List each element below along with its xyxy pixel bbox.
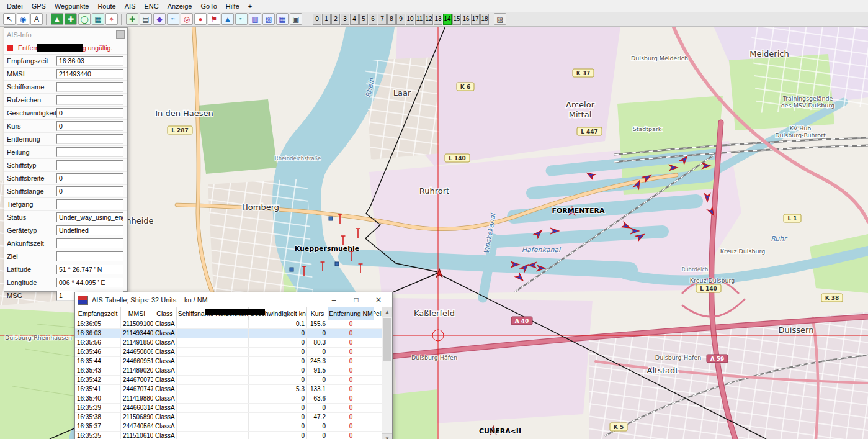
layer-button-0[interactable]: 0	[313, 14, 321, 25]
table-row[interactable]: 16:35:40211419880ClassA063.60	[75, 394, 382, 404]
range-circle-icon[interactable]: ◯	[78, 13, 91, 25]
layer-button-7[interactable]: 7	[378, 14, 387, 25]
field-value[interactable]	[56, 147, 123, 157]
column-header-class[interactable]: Class	[153, 307, 177, 320]
table-row[interactable]: 16:35:38211506890ClassA047.20	[75, 413, 382, 422]
layer-button-1[interactable]: 1	[322, 14, 331, 25]
maximize-button[interactable]: □	[345, 296, 367, 304]
menu--[interactable]: +	[244, 1, 256, 11]
layer-button-2[interactable]: 2	[331, 14, 340, 25]
field-value[interactable]: 006 ° 44.095 ' E	[56, 278, 123, 287]
target-icon[interactable]: ◎	[181, 13, 193, 25]
layer-button-15[interactable]: 15	[452, 14, 461, 25]
table-row[interactable]: 16:36:05211509100ClassA0.1155.60	[75, 320, 382, 329]
layer-button-17[interactable]: 17	[471, 14, 480, 25]
scroll-up-icon[interactable]: ▲	[382, 307, 392, 317]
table-row[interactable]: 16:36:03211493440ClassA000	[75, 329, 382, 338]
minimize-button[interactable]: –	[323, 296, 345, 304]
menu-datei[interactable]: Datei	[2, 1, 27, 11]
current-icon[interactable]: ≈	[167, 13, 179, 25]
scroll-down-icon[interactable]: ▼	[382, 433, 392, 439]
flag-icon[interactable]: ⚑	[208, 13, 220, 25]
cursor-icon[interactable]: ↖	[3, 13, 16, 25]
table-row[interactable]: 16:35:42244670073ClassA000	[75, 376, 382, 385]
overlay-icon[interactable]: ▧	[494, 13, 506, 25]
layer-button-6[interactable]: 6	[369, 14, 377, 25]
table-row[interactable]: 16:35:43211489020ClassA091.50	[75, 366, 382, 376]
snapshot-icon[interactable]: ▣	[290, 13, 302, 25]
field-value[interactable]: 0	[56, 108, 123, 118]
pan-icon[interactable]: ✚	[126, 13, 138, 25]
layer-button-12[interactable]: 12	[424, 14, 433, 25]
menu-hilfe[interactable]: Hilfe	[221, 1, 244, 11]
grid-icon[interactable]: ▦	[276, 13, 289, 25]
record-icon[interactable]: ●	[194, 13, 207, 25]
field-value[interactable]	[56, 251, 123, 261]
field-value[interactable]: 51 ° 26.747 ' N	[56, 265, 123, 274]
field-value[interactable]: 0	[56, 121, 123, 131]
scrollbar-thumb[interactable]	[383, 318, 391, 361]
layers-icon[interactable]: ▤	[140, 13, 152, 25]
close-button[interactable]: ✕	[367, 296, 390, 304]
table-row[interactable]: 16:35:46244650806ClassA000	[75, 348, 382, 357]
layer-button-14[interactable]: 14	[443, 14, 452, 25]
table-row[interactable]: 16:35:35211510610ClassA000	[75, 432, 382, 439]
vertical-scrollbar[interactable]: ▲ ▼	[382, 307, 392, 439]
field-label: Entfernung	[7, 135, 56, 143]
table-row[interactable]: 16:35:44244660951ClassA0245.30	[75, 357, 382, 366]
window-titlebar[interactable]: AIS-Tabelle; Ships: 32 Units = kn / NM –…	[75, 292, 392, 308]
layer-button-16[interactable]: 16	[462, 14, 470, 25]
layer-button-4[interactable]: 4	[350, 14, 359, 25]
field-value[interactable]	[56, 82, 123, 92]
field-value[interactable]	[56, 160, 123, 170]
waypoint-icon[interactable]: ◆	[153, 13, 166, 25]
layer-button-18[interactable]: 18	[480, 14, 489, 25]
menu-ais[interactable]: AIS	[120, 1, 140, 11]
menu-enc[interactable]: ENC	[140, 1, 163, 11]
menu--[interactable]: -	[256, 1, 267, 11]
panel-pin-button[interactable]	[116, 30, 125, 39]
field-label: Gerätetyp	[7, 227, 56, 234]
chart-icon[interactable]: ▦	[92, 13, 104, 25]
field-value[interactable]: Under_way_using_engine	[56, 212, 123, 222]
layer-button-8[interactable]: 8	[387, 14, 396, 25]
field-value[interactable]: 16:36:03	[56, 56, 123, 66]
depth-icon[interactable]: ≈	[235, 13, 248, 25]
column-header-empfangszeit[interactable]: Empfangszeit	[75, 307, 121, 320]
ship-icon[interactable]: ▲	[51, 13, 63, 25]
menu-gps[interactable]: GPS	[27, 1, 50, 11]
layer-button-13[interactable]: 13	[434, 14, 442, 25]
menu-goto[interactable]: GoTo	[196, 1, 221, 11]
layer-button-10[interactable]: 10	[406, 14, 414, 25]
field-value[interactable]	[56, 199, 123, 209]
hatch-icon[interactable]: ▨	[262, 13, 275, 25]
table-row[interactable]: 16:35:56211491850ClassA080.30	[75, 338, 382, 348]
column-header-mmsi[interactable]: MMSI	[121, 307, 153, 320]
column-header-entfernung-nm[interactable]: Entfernung NM	[328, 307, 374, 320]
field-value[interactable]	[56, 134, 123, 144]
menu-wegpunkte[interactable]: Wegpunkte	[50, 1, 93, 11]
field-value[interactable]	[56, 95, 123, 105]
field-value[interactable]: 0	[56, 173, 123, 183]
north-icon[interactable]: ▲	[221, 13, 234, 25]
table-row[interactable]: 16:35:37244740564ClassA000	[75, 422, 382, 432]
layer-button-5[interactable]: 5	[359, 14, 368, 25]
text-label-icon[interactable]: A	[30, 13, 43, 25]
layer-button-3[interactable]: 3	[341, 14, 349, 25]
field-value[interactable]: 0	[56, 186, 123, 196]
zoom-icon[interactable]: ⌖	[105, 13, 118, 25]
field-value[interactable]: 211493440	[56, 69, 123, 79]
column-header-kurs[interactable]: Kurs	[307, 307, 328, 320]
table-row[interactable]: 16:35:39244660314ClassA000	[75, 404, 382, 413]
cell: 0	[307, 376, 328, 384]
field-value[interactable]: Undefined	[56, 225, 123, 235]
layer-button-9[interactable]: 9	[396, 14, 405, 25]
ruler-icon[interactable]: ▥	[249, 13, 261, 25]
eye-icon[interactable]: ◉	[17, 13, 29, 25]
table-row[interactable]: 16:35:41244670747ClassA5.3133.10	[75, 385, 382, 394]
track-icon[interactable]: ✚	[65, 13, 77, 25]
field-value[interactable]	[56, 238, 123, 248]
menu-route[interactable]: Route	[93, 1, 120, 11]
layer-button-11[interactable]: 11	[415, 14, 424, 25]
menu-anzeige[interactable]: Anzeige	[163, 1, 197, 11]
